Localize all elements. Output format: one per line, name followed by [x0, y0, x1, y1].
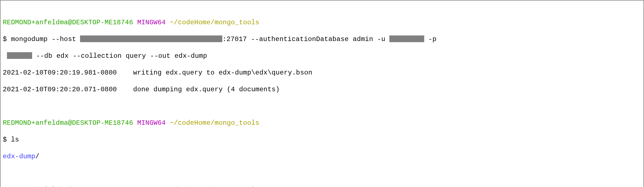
blank-line	[3, 169, 641, 178]
slash: /	[35, 153, 40, 160]
prompt-symbol: $	[3, 35, 11, 43]
output-line: 2021-02-10T09:20:19.981-0800 writing edx…	[3, 69, 641, 77]
prompt-line-3: REDMOND+anfeldma@DESKTOP-ME18746 MINGW64…	[3, 186, 641, 187]
cwd-path: ~/codeHome/mongo_tools	[170, 19, 259, 26]
directory-name: edx-dump	[3, 153, 35, 160]
command-line-1b[interactable]: --db edx --collection query --out edx-du…	[3, 52, 641, 60]
user-host: REDMOND+anfeldma@DESKTOP-ME18746	[3, 19, 133, 26]
shell-label: MINGW64	[137, 119, 166, 127]
command-text: -p	[424, 35, 436, 43]
command-text	[3, 52, 7, 60]
prompt-line-2: REDMOND+anfeldma@DESKTOP-ME18746 MINGW64…	[3, 119, 641, 127]
output-line: edx-dump/	[3, 152, 641, 161]
redacted-pass	[7, 52, 32, 59]
prompt-line-1: REDMOND+anfeldma@DESKTOP-ME18746 MINGW64…	[3, 18, 641, 27]
command-text: mongodump --host	[11, 35, 80, 43]
command-line-1a[interactable]: $ mongodump --host :27017 --authenticati…	[3, 35, 641, 44]
prompt-symbol: $	[3, 136, 11, 143]
command-line-2[interactable]: $ ls	[3, 136, 641, 144]
output-line: 2021-02-10T09:20:20.071-0800 done dumpin…	[3, 85, 641, 94]
command-text: --db edx --collection query --out edx-du…	[32, 52, 207, 60]
redacted-host	[80, 35, 222, 42]
user-host: REDMOND+anfeldma@DESKTOP-ME18746	[3, 119, 133, 127]
command-text: :27017 --authenticationDatabase admin -u	[222, 35, 389, 43]
shell-label: MINGW64	[137, 19, 166, 26]
redacted-user	[389, 35, 424, 42]
blank-line	[3, 102, 641, 111]
command-text: ls	[11, 136, 19, 143]
cwd-path: ~/codeHome/mongo_tools	[170, 119, 259, 127]
